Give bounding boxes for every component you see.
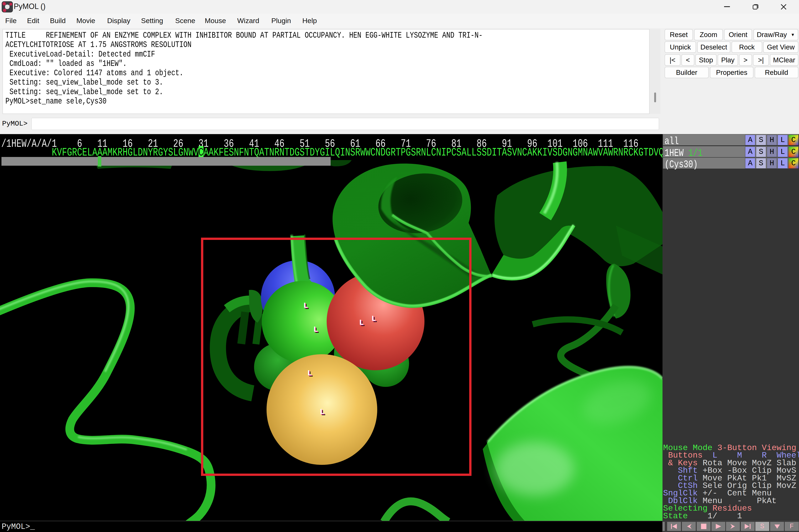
svg-text:L: L (371, 315, 376, 323)
svg-text:L: L (303, 301, 308, 310)
svg-text:L: L (313, 325, 318, 334)
svg-text:L: L (307, 369, 312, 378)
svg-text:L: L (320, 408, 324, 416)
svg-text:L: L (359, 319, 364, 327)
